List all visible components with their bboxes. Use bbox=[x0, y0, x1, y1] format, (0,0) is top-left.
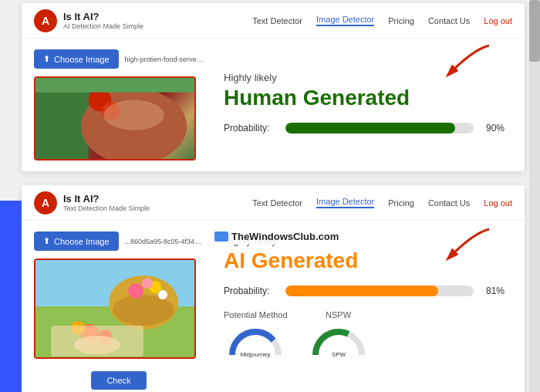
file-name-2: ...860d5a95-8c05-4f34-97d7-b5239716c6a7.… bbox=[125, 238, 204, 245]
potential-method-title: Potential Method bbox=[224, 310, 288, 319]
probability-row-2: Probability: 81% bbox=[224, 286, 505, 296]
upload-icon-1: ⬆ bbox=[43, 54, 50, 64]
logo-icon-2: A bbox=[34, 191, 57, 215]
logo-text-1: Is It AI? AI Detection Made Simple bbox=[63, 11, 143, 30]
nav-links-1: Text Detector Image Detector Pricing Con… bbox=[252, 15, 512, 26]
nspw-title: NSPW bbox=[326, 310, 351, 319]
nav-contact-1[interactable]: Contact Us bbox=[428, 16, 470, 25]
highly-likely-2: Highly likely bbox=[224, 235, 505, 246]
svg-point-13 bbox=[142, 278, 153, 289]
nav-pricing-2[interactable]: Pricing bbox=[388, 198, 414, 208]
blue-sidebar bbox=[0, 201, 22, 392]
svg-point-14 bbox=[158, 290, 167, 299]
gauge-nspw-svg: SPW bbox=[311, 324, 366, 358]
nav-links-2: Text Detector Image Detector Pricing Con… bbox=[252, 197, 512, 208]
svg-point-10 bbox=[113, 295, 174, 326]
image-preview-2 bbox=[34, 259, 196, 359]
svg-rect-0 bbox=[35, 92, 89, 161]
result-title-2: AI Generated bbox=[224, 249, 505, 273]
food-svg-1 bbox=[35, 76, 194, 161]
nav-pricing-1[interactable]: Pricing bbox=[388, 16, 414, 25]
nav-image-detector-1[interactable]: Image Detector bbox=[316, 15, 374, 26]
nav-text-detector-1[interactable]: Text Detector bbox=[252, 16, 302, 25]
gauge-nspw: NSPW SPW bbox=[311, 310, 366, 358]
probability-label-1: Probability: bbox=[224, 123, 278, 133]
svg-point-4 bbox=[103, 100, 164, 130]
gauge-midjourney: Potential Method Midjourney bbox=[224, 310, 288, 358]
site-name-2: Is It AI? bbox=[63, 193, 150, 204]
food-image-2 bbox=[35, 260, 194, 357]
result-title-1: Human Generated bbox=[224, 86, 505, 110]
svg-text:SPW: SPW bbox=[331, 351, 346, 358]
progress-bar-fill-1 bbox=[285, 123, 455, 133]
nav-text-detector-2[interactable]: Text Detector bbox=[252, 198, 302, 208]
navbar-1: A Is It AI? AI Detection Made Simple Tex… bbox=[22, 3, 525, 39]
result-section-1: Highly likely Human Generated Probabilit… bbox=[216, 49, 512, 161]
logo-area-1: A Is It AI? AI Detection Made Simple bbox=[34, 9, 143, 32]
gauge-midjourney-svg: Midjourney bbox=[228, 324, 283, 358]
nav-logout-2[interactable]: Log out bbox=[484, 198, 512, 208]
scrollbar-track[interactable] bbox=[529, 0, 540, 392]
site-name-1: Is It AI? bbox=[63, 11, 143, 22]
progress-bar-bg-2 bbox=[285, 286, 474, 296]
progress-bar-bg-1 bbox=[285, 123, 474, 133]
probability-label-2: Probability: bbox=[224, 286, 278, 296]
probability-value-1: 90% bbox=[481, 123, 505, 133]
file-input-row-1: ⬆ Choose Image high-protien-food-served-… bbox=[34, 49, 204, 69]
choose-image-btn-2[interactable]: ⬆ Choose Image bbox=[34, 231, 119, 251]
logo-icon-1: A bbox=[34, 9, 57, 32]
svg-point-11 bbox=[128, 283, 143, 299]
nav-image-detector-2[interactable]: Image Detector bbox=[316, 197, 374, 208]
card-1: A Is It AI? AI Detection Made Simple Tex… bbox=[22, 3, 525, 171]
check-btn[interactable]: Check bbox=[91, 371, 146, 390]
card-2-body: ⬆ Choose Image ...860d5a95-8c05-4f34-97d… bbox=[22, 221, 525, 392]
highly-likely-1: Highly likely bbox=[224, 72, 505, 83]
progress-bar-fill-2 bbox=[285, 286, 438, 296]
tagline-1: AI Detection Made Simple bbox=[63, 22, 143, 30]
food-image-1 bbox=[35, 78, 194, 159]
navbar-2: A Is It AI? Text Detection Made Simple T… bbox=[22, 185, 525, 221]
image-section-2: ⬆ Choose Image ...860d5a95-8c05-4f34-97d… bbox=[34, 231, 204, 390]
tagline-2: Text Detection Made Simple bbox=[63, 204, 150, 212]
scrollbar-thumb[interactable] bbox=[529, 0, 540, 62]
nav-contact-2[interactable]: Contact Us bbox=[428, 198, 470, 208]
card-2: A Is It AI? Text Detection Made Simple T… bbox=[22, 185, 525, 392]
logo-text-2: Is It AI? Text Detection Made Simple bbox=[63, 193, 150, 212]
svg-rect-19 bbox=[51, 326, 143, 357]
probability-row-1: Probability: 90% bbox=[224, 123, 505, 133]
result-section-2: Highly likely AI Generated Probability: … bbox=[216, 231, 512, 358]
choose-image-btn-1[interactable]: ⬆ Choose Image bbox=[34, 49, 119, 69]
image-section-1: ⬆ Choose Image high-protien-food-served-… bbox=[34, 49, 204, 161]
nav-logout-1[interactable]: Log out bbox=[484, 16, 512, 25]
food-svg-2 bbox=[35, 260, 196, 359]
svg-text:Midjourney: Midjourney bbox=[241, 351, 271, 358]
svg-rect-5 bbox=[35, 76, 194, 92]
card-1-body: ⬆ Choose Image high-protien-food-served-… bbox=[22, 39, 525, 171]
upload-icon-2: ⬆ bbox=[43, 236, 50, 246]
file-input-row-2: ⬆ Choose Image ...860d5a95-8c05-4f34-97d… bbox=[34, 231, 204, 251]
image-preview-1 bbox=[34, 76, 196, 161]
gauge-section: Potential Method Midjourney NSPW SPW bbox=[224, 310, 505, 358]
probability-value-2: 81% bbox=[481, 286, 505, 296]
logo-area-2: A Is It AI? Text Detection Made Simple bbox=[34, 191, 150, 215]
file-name-1: high-protien-food-served-on-a-plate.jpg bbox=[125, 56, 204, 63]
